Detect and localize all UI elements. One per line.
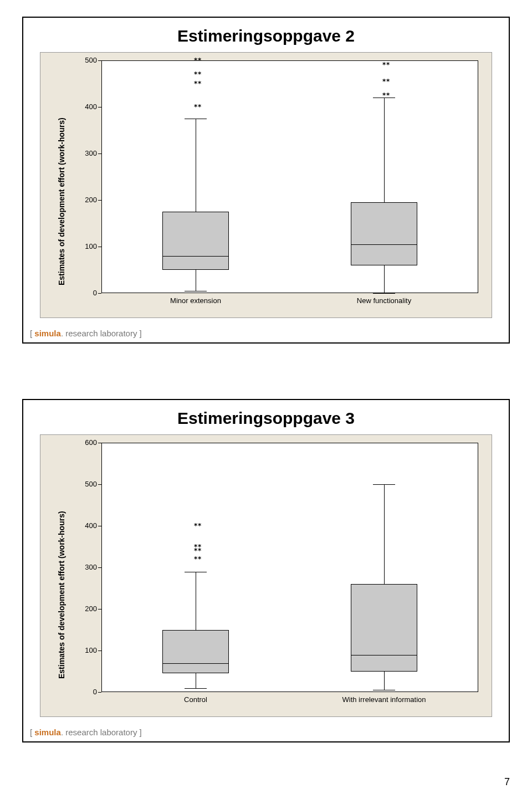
- slide-2-panel: Estimates of development effort (work-ho…: [40, 434, 492, 717]
- outlier-point: *: [197, 543, 201, 551]
- ytick-label: 300: [75, 563, 97, 571]
- brand-rest: . research laboratory ]: [61, 329, 142, 338]
- outlier-point: *: [197, 555, 201, 563]
- outlier-point: *: [197, 103, 201, 111]
- slide-1: Estimeringsoppgave 2 Estimates of develo…: [22, 17, 510, 344]
- ytick-mark: [98, 247, 101, 247]
- slide-1-title: Estimeringsoppgave 2: [23, 18, 509, 49]
- box-median: [162, 256, 229, 257]
- ytick-label: 500: [75, 56, 97, 64]
- whisker-cap-lower: [185, 291, 207, 291]
- ytick-label: 500: [75, 480, 97, 488]
- box-iqr: [351, 584, 417, 672]
- brand-rest: . research laboratory ]: [61, 728, 142, 737]
- ytick-label: 300: [75, 149, 97, 157]
- slide-1-plot-area: [101, 60, 478, 293]
- outlier-point: *: [386, 78, 390, 85]
- whisker-cap-upper: [185, 119, 207, 119]
- slide-2: Estimeringsoppgave 3 Estimates of develo…: [22, 399, 510, 742]
- box-median: [351, 244, 417, 245]
- category-label: Minor extension: [124, 296, 268, 305]
- box-median: [351, 655, 417, 655]
- ytick-label: 400: [75, 103, 97, 111]
- whisker-upper: [384, 98, 385, 202]
- ytick-mark: [98, 60, 101, 61]
- whisker-upper: [196, 119, 196, 212]
- outlier-point: *: [197, 80, 201, 88]
- ytick-label: 200: [75, 605, 97, 613]
- ytick-mark: [98, 443, 101, 443]
- brand-footer: [ simula. research laboratory ]: [30, 728, 142, 737]
- ytick-mark: [98, 692, 101, 693]
- whisker-cap-upper: [373, 484, 395, 485]
- category-label: Control: [124, 695, 268, 704]
- brand-simula: simula: [34, 329, 61, 338]
- outlier-point: *: [197, 522, 201, 530]
- whisker-lower: [384, 672, 385, 690]
- ytick-label: 0: [75, 289, 97, 297]
- whisker-cap-lower: [373, 690, 395, 690]
- whisker-cap-lower: [185, 688, 207, 689]
- ytick-label: 400: [75, 521, 97, 530]
- whisker-upper: [196, 572, 196, 630]
- whisker-lower: [384, 265, 385, 293]
- ytick-mark: [98, 651, 101, 651]
- slide-2-title: Estimeringsoppgave 3: [23, 400, 509, 431]
- whisker-lower: [196, 673, 196, 688]
- category-label: With irrelevant information: [312, 695, 456, 704]
- slide-1-panel: Estimates of development effort (work-ho…: [40, 52, 492, 318]
- outlier-point: *: [197, 70, 201, 78]
- outlier-point: *: [197, 57, 201, 64]
- slide-2-ylabel: Estimates of development effort (work-ho…: [57, 511, 66, 679]
- whisker-upper: [384, 484, 385, 584]
- ytick-mark: [98, 107, 101, 107]
- ytick-mark: [98, 200, 101, 201]
- page-number: 7: [504, 776, 510, 788]
- ytick-label: 200: [75, 196, 97, 204]
- ytick-mark: [98, 609, 101, 610]
- box-iqr: [351, 202, 417, 265]
- whisker-cap-lower: [373, 293, 395, 294]
- ytick-mark: [98, 153, 101, 154]
- ytick-mark: [98, 484, 101, 485]
- brand-simula: simula: [34, 728, 61, 737]
- outlier-point: *: [386, 61, 390, 69]
- brand-footer: [ simula. research laboratory ]: [30, 329, 142, 338]
- outlier-point: *: [386, 91, 390, 99]
- ytick-mark: [98, 293, 101, 294]
- box-iqr: [162, 212, 229, 270]
- category-label: New functionality: [312, 296, 456, 305]
- box-median: [162, 663, 229, 664]
- whisker-lower: [196, 270, 196, 291]
- ytick-mark: [98, 567, 101, 568]
- box-iqr: [162, 630, 229, 674]
- ytick-label: 0: [75, 688, 97, 696]
- ytick-label: 600: [75, 438, 97, 447]
- ytick-label: 100: [75, 242, 97, 250]
- ytick-label: 100: [75, 646, 97, 654]
- whisker-cap-upper: [185, 572, 207, 572]
- slide-2-plot-area: [101, 443, 478, 692]
- ytick-mark: [98, 526, 101, 526]
- slide-1-ylabel: Estimates of development effort (work-ho…: [57, 117, 66, 285]
